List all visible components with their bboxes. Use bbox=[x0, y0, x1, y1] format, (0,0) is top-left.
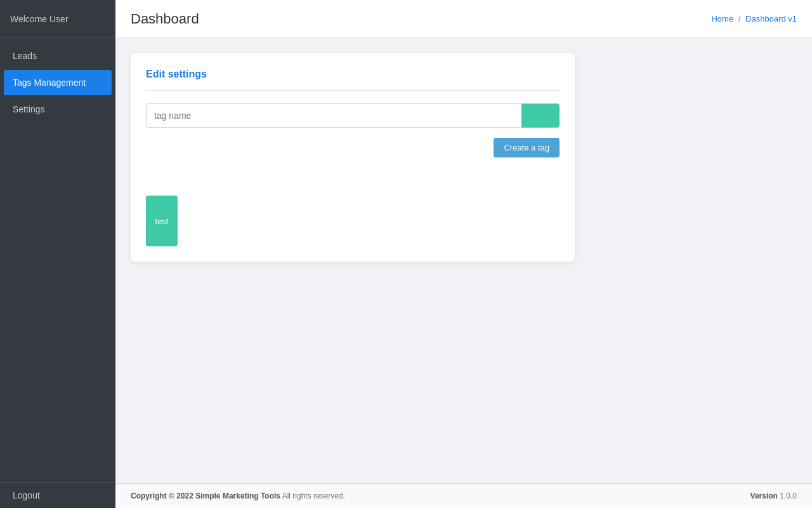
page-title: Dashboard bbox=[131, 11, 199, 27]
tag-badge-test[interactable]: test bbox=[146, 196, 178, 246]
footer-rights: All rights reserved. bbox=[282, 491, 345, 500]
sidebar-item-tags-management[interactable]: Tags Management bbox=[4, 70, 112, 95]
footer: Copyright © 2022 Simple Marketing Tools … bbox=[115, 483, 812, 508]
create-tag-button[interactable]: Create a tag bbox=[494, 138, 560, 157]
tag-name-input[interactable] bbox=[146, 104, 521, 128]
breadcrumb-home-link[interactable]: Home bbox=[711, 14, 733, 23]
tags-list: test bbox=[146, 196, 560, 246]
main-content: Dashboard Home / Dashboard v1 Edit setti… bbox=[115, 0, 812, 508]
card-divider bbox=[146, 90, 560, 91]
tag-color-picker-button[interactable] bbox=[521, 104, 560, 128]
sidebar-item-settings[interactable]: Settings bbox=[0, 97, 115, 122]
breadcrumb-current: Dashboard v1 bbox=[745, 14, 797, 23]
footer-version-label: Version bbox=[750, 491, 778, 500]
sidebar: Welcome User Leads Tags Management Setti… bbox=[0, 0, 115, 508]
welcome-text: Welcome User bbox=[10, 14, 69, 24]
sidebar-nav: Leads Tags Management Settings bbox=[0, 38, 115, 482]
tag-input-row bbox=[146, 104, 560, 128]
sidebar-user-label: Welcome User bbox=[0, 0, 115, 38]
card-title: Edit settings bbox=[146, 69, 560, 80]
top-bar: Dashboard Home / Dashboard v1 bbox=[115, 0, 812, 38]
footer-version-number: 1.0.0 bbox=[780, 491, 797, 500]
sidebar-item-leads[interactable]: Leads bbox=[0, 43, 115, 69]
footer-copyright: Copyright © 2022 Simple Marketing Tools … bbox=[131, 491, 345, 500]
content-area: Edit settings Create a tag test bbox=[115, 38, 812, 483]
breadcrumb-separator: / bbox=[738, 14, 741, 23]
logout-button[interactable]: Logout bbox=[0, 482, 115, 508]
footer-version: Version 1.0.0 bbox=[750, 491, 797, 500]
breadcrumb: Home / Dashboard v1 bbox=[711, 14, 797, 23]
footer-company-name: Copyright © 2022 Simple Marketing Tools bbox=[131, 491, 280, 500]
edit-settings-card: Edit settings Create a tag test bbox=[131, 53, 575, 262]
